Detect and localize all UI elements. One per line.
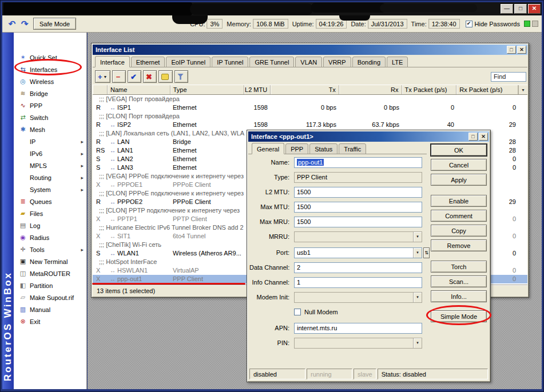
action-button[interactable] — [174, 70, 188, 83]
column-header-l2mtu[interactable]: L2 MTU — [244, 85, 271, 94]
chevron-down-icon[interactable]: ▼ — [413, 338, 422, 348]
sidebar-item[interactable]: ◫ MetaROUTER — [14, 267, 86, 279]
sidebar-item[interactable]: ≣ Queues — [14, 195, 86, 207]
redo-button[interactable]: ↷ — [18, 18, 31, 30]
sidebar-item[interactable]: ▰ Files — [14, 207, 86, 219]
action-button[interactable] — [158, 70, 173, 83]
column-header-type[interactable]: Type — [170, 85, 245, 94]
tab[interactable]: GRE Tunnel — [249, 57, 294, 67]
sidebar-item[interactable]: IPv6 ▸ — [14, 147, 86, 159]
mrru-combo[interactable]: ▼ — [294, 231, 422, 242]
undo-button[interactable]: ↶ — [6, 18, 18, 30]
sidebar-item[interactable]: ◉ Radius — [14, 231, 86, 243]
find-input[interactable]: Find — [491, 72, 526, 82]
pin-combo[interactable]: ▼ — [294, 338, 422, 349]
tab[interactable]: General — [252, 143, 284, 154]
action-button[interactable]: + ▼ — [95, 70, 110, 83]
sidebar-item[interactable]: Routing ▸ — [14, 171, 86, 183]
dialog-titlebar[interactable]: Interface <ppp-out1> □ ✕ — [248, 131, 489, 142]
column-header-rx-packet[interactable]: Rx Packet (p/s) — [456, 85, 518, 94]
close-icon[interactable]: ✕ — [517, 46, 526, 54]
sidebar-item[interactable]: ▣ New Terminal — [14, 255, 86, 267]
dialog-button[interactable]: Cancel — [431, 159, 487, 171]
sidebar-item[interactable]: ◎ Wireless — [14, 75, 86, 87]
column-header-rx[interactable]: Rx — [339, 85, 402, 94]
sidebar-item[interactable]: ⊗ Exit — [14, 315, 86, 327]
sidebar-item[interactable]: ▤ Log — [14, 219, 86, 231]
sidebar-item[interactable]: ⇄ Switch — [14, 111, 86, 123]
action-button[interactable]: ✖ — [143, 70, 157, 83]
hide-passwords-checkbox[interactable]: ✔ — [466, 21, 472, 27]
tab[interactable]: Bonding — [352, 57, 386, 67]
interface-icon: ↔ — [110, 266, 116, 275]
action-button[interactable]: − — [112, 70, 126, 83]
interface-icon: ↔ — [110, 249, 116, 258]
dialog-button[interactable]: Comment — [431, 210, 487, 222]
sidebar-item[interactable]: ▱ Make Supout.rif — [14, 291, 86, 303]
name-input[interactable]: ppp-out1 — [294, 157, 422, 168]
table-row[interactable]: R ↔ISP2 Ethernet 1598 117.3 kbps 63.7 kb… — [93, 121, 527, 129]
max-mtu-input[interactable]: 1500 — [294, 202, 422, 213]
port-combo[interactable]: usb1 ▼ — [294, 247, 422, 258]
column-header-tx-packet[interactable]: Tx Packet (p/s) — [402, 85, 457, 94]
tab[interactable]: Interface — [95, 56, 130, 67]
sidebar-item[interactable]: ◧ Partition — [14, 279, 86, 291]
sidebar-item[interactable]: IP ▸ — [14, 135, 86, 147]
dialog-button[interactable]: OK — [431, 144, 487, 156]
column-header-tx[interactable]: Tx — [271, 85, 339, 94]
chevron-down-icon[interactable]: ▼ — [413, 293, 422, 302]
dialog-button[interactable]: Scan... — [431, 275, 487, 287]
dialog-button[interactable]: Copy — [431, 225, 487, 237]
sidebar-item[interactable]: ✛ Tools ▸ — [14, 243, 86, 255]
tab[interactable]: Status — [309, 143, 337, 154]
sidebar-item[interactable]: ✱ Mesh — [14, 123, 86, 135]
chevron-down-icon[interactable]: ▼ — [413, 232, 422, 242]
safe-mode-button[interactable]: Safe Mode — [33, 18, 76, 30]
sidebar-item[interactable]: ∿ PPP — [14, 99, 86, 111]
apn-input[interactable]: internet.mts.ru — [294, 323, 422, 334]
sidebar-item[interactable]: MPLS ▸ — [14, 159, 86, 171]
action-button[interactable]: ✔ — [128, 70, 141, 83]
close-icon[interactable]: ✕ — [479, 133, 488, 141]
close-button[interactable]: ✕ — [528, 4, 541, 14]
maximize-button[interactable]: □ — [514, 4, 527, 14]
sidebar-item[interactable]: System ▸ — [14, 183, 86, 195]
restore-button[interactable]: □ — [468, 133, 478, 141]
modem-init-combo[interactable]: ▼ — [294, 292, 422, 303]
dialog-button[interactable]: Enable — [431, 195, 487, 207]
info-channel-input[interactable]: 1 — [294, 277, 422, 288]
interface-list-titlebar[interactable]: Interface List □ ✕ — [93, 45, 527, 55]
null-modem-checkbox[interactable] — [294, 309, 301, 315]
max-mru-input[interactable]: 1500 — [294, 217, 422, 227]
port-list-button[interactable]: ⇅ — [423, 247, 430, 258]
column-header-flags[interactable] — [93, 85, 108, 94]
dialog-button[interactable]: Apply — [431, 174, 487, 186]
table-row[interactable]: R ↔ISP1 Ethernet 1598 0 bps 0 bps 0 0 — [93, 103, 527, 112]
table-row[interactable]: ;;; [CLON] Порт провайдера — [93, 112, 527, 121]
column-header-name[interactable]: Name — [108, 85, 170, 94]
tab[interactable]: LTE — [387, 57, 408, 67]
app-titlebar[interactable]: — □ ✕ — [2, 2, 542, 15]
column-selector-button[interactable]: ▼ — [518, 85, 527, 94]
stat-label: Time: — [411, 21, 427, 27]
sidebar-item[interactable]: ≋ Bridge — [14, 87, 86, 99]
chevron-down-icon[interactable]: ▼ — [413, 248, 422, 258]
redaction-scribble — [339, 15, 370, 21]
tab[interactable]: EoIP Tunnel — [166, 57, 211, 67]
minimize-button[interactable]: — — [501, 4, 513, 14]
stat-item: Time: 12:38:40 — [411, 19, 460, 29]
tab[interactable]: Traffic — [339, 143, 366, 154]
table-row[interactable]: ;;; [VEGA] Порт провайдера — [93, 95, 527, 103]
dialog-button[interactable]: Torch — [431, 261, 487, 273]
dialog-button[interactable]: Remove — [431, 239, 487, 251]
l2mtu-input[interactable]: 1500 — [294, 187, 422, 198]
tab[interactable]: PPP — [285, 143, 308, 154]
tab[interactable]: VLAN — [295, 57, 322, 67]
tab[interactable]: Ethernet — [131, 57, 165, 67]
sidebar-item[interactable]: ▥ Manual — [14, 303, 86, 315]
restore-button[interactable]: □ — [507, 46, 516, 54]
tab[interactable]: IP Tunnel — [212, 57, 248, 67]
dialog-button[interactable]: Info... — [431, 290, 487, 302]
data-channel-input[interactable]: 2 — [294, 262, 422, 273]
tab[interactable]: VRRP — [323, 57, 351, 67]
